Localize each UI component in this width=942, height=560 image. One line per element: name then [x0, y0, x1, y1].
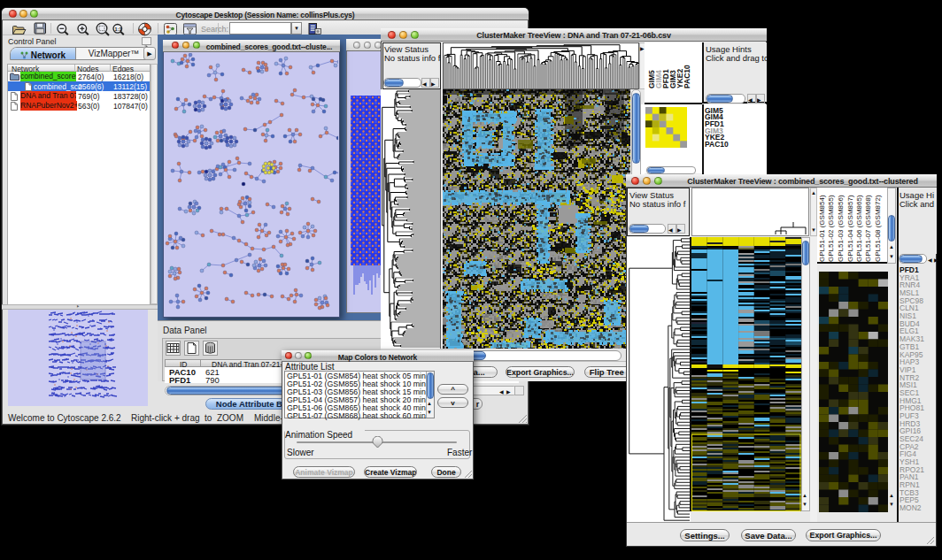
- svg-text:GPL51-03 (GSM856): GPL51-03 (GSM856): [837, 195, 845, 262]
- svg-text:GPL51-01 (GSM854): GPL51-01 (GSM854): [818, 195, 826, 262]
- svg-text:GPL51-04 (GSM857): GPL51-04 (GSM857): [846, 195, 854, 262]
- svg-text:GPL51-07 (GSM868): GPL51-07 (GSM868): [864, 195, 872, 262]
- svg-text:PAC10: PAC10: [683, 65, 691, 88]
- svg-text:GPL51-02 (GSM855): GPL51-02 (GSM855): [827, 195, 835, 262]
- svg-text:GPL51-08 (GSM872): GPL51-08 (GSM872): [874, 195, 882, 262]
- svg-text:MON2: MON2: [900, 503, 922, 512]
- svg-text:PAC10: PAC10: [705, 140, 729, 149]
- svg-text:GPL51-06 (GSM865): GPL51-06 (GSM865): [855, 195, 863, 262]
- svg-text:1:1: 1:1: [115, 27, 122, 32]
